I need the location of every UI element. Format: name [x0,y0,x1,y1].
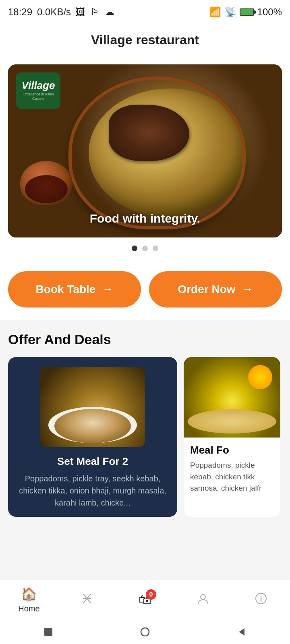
time: 18:29 [8,6,32,18]
offer-card-2-content: Meal Fo Poppadoms, pickle kebab, chicken… [184,438,280,501]
offer-card-1-title: Set Meal For 2 [16,455,169,468]
back-button[interactable] [234,624,250,640]
battery-icon [240,8,254,16]
svg-point-4 [201,594,205,599]
book-table-arrow-icon: → [102,283,113,296]
carousel-slide[interactable]: Village Excellence in Asian Cuisine Food… [8,64,282,237]
menu-icon [80,592,94,608]
offer-card-2-image [184,357,280,438]
svg-point-9 [141,628,149,636]
food-garnish [248,365,272,389]
nav-item-home[interactable]: 🏠 Home [13,586,45,613]
nav-item-cart[interactable]: 🛍 0 [129,592,161,607]
recent-apps-button[interactable] [40,624,56,640]
cart-badge-wrap: 🛍 0 [139,592,151,607]
offers-title: Offer And Deals [8,332,282,347]
logo-subtext: Excellence in Asian Cuisine [19,92,57,101]
restaurant-logo: Village Excellence in Asian Cuisine [16,72,60,109]
carousel-caption: Food with integrity. [8,212,282,225]
android-navigation [0,620,290,644]
offer-card-1-image [40,367,145,447]
offer-card-2-title: Meal Fo [190,444,274,456]
wifi-icon: 📡 [224,6,236,18]
status-right: 📶 📡 100% [209,6,282,18]
order-now-button[interactable]: Order Now → [149,271,282,308]
home-icon: 🏠 [21,586,37,602]
info-icon [254,592,268,609]
data-speed: 0.0KB/s [37,6,71,18]
flag-icon: 🏳 [90,6,100,18]
offers-section: Offer And Deals Set Meal For 2 Poppadoms… [0,320,290,525]
carousel-dot-3[interactable] [153,246,158,251]
order-now-arrow-icon: → [242,283,253,296]
notification-icon: 🖼 [76,6,85,18]
order-now-label: Order Now [178,283,235,296]
page-title: Village restaurant [91,33,199,47]
svg-marker-10 [239,628,244,636]
offer-card-2-description: Poppadoms, pickle kebab, chicken tikk sa… [190,460,274,494]
status-left: 18:29 0.0KB/s 🖼 🏳 ☁ [8,6,114,18]
cart-badge: 0 [146,589,156,600]
svg-rect-8 [44,628,52,636]
carousel-dots [0,237,290,259]
small-bowl-content [25,175,68,203]
status-bar: 18:29 0.0KB/s 🖼 🏳 ☁ 📶 📡 100% [0,0,290,24]
action-buttons-row: Book Table → Order Now → [0,259,290,320]
battery-percent: 100% [257,6,282,18]
home-button[interactable] [137,624,153,640]
nav-item-profile[interactable] [187,592,219,609]
offer-food-plate-1 [48,407,137,443]
offer-card-1[interactable]: Set Meal For 2 Poppadoms, pickle tray, s… [8,357,177,517]
profile-icon [196,592,210,609]
carousel-dot-2[interactable] [142,246,148,251]
signal-icon: 📶 [209,6,221,18]
offers-scroll-container[interactable]: Set Meal For 2 Poppadoms, pickle tray, s… [8,357,282,517]
app-header: Village restaurant [0,24,290,56]
nav-home-label: Home [18,604,39,613]
hero-carousel: Village Excellence in Asian Cuisine Food… [0,56,290,237]
book-table-button[interactable]: Book Table → [8,271,141,308]
logo-text: Village [22,80,55,91]
svg-point-7 [261,595,262,597]
bottom-navigation: 🏠 Home 🛍 0 [0,580,290,620]
nav-item-menu[interactable] [71,592,103,608]
carousel-dot-1[interactable] [132,246,137,251]
offer-card-1-description: Poppadoms, pickle tray, seekh kebab, chi… [16,473,169,509]
food-plate-2 [188,409,276,433]
clay-bowl [68,76,246,229]
nav-item-info[interactable] [245,592,277,609]
offer-card-2[interactable]: Meal Fo Poppadoms, pickle kebab, chicken… [184,357,280,517]
weather-icon: ☁ [105,6,114,18]
book-table-label: Book Table [36,283,96,296]
